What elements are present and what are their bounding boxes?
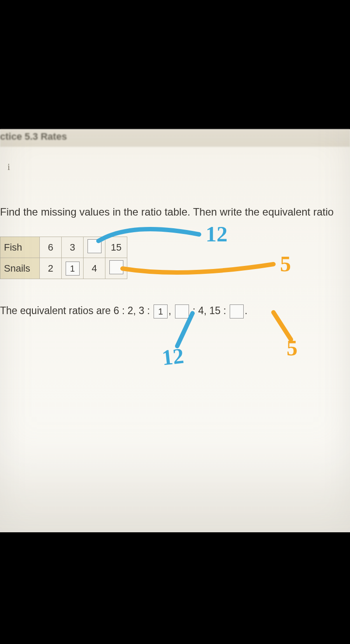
section-header: ctice 5.3 Rates [0,129,350,147]
info-icon[interactable]: i [4,162,14,173]
answer-sep: , [168,305,171,316]
question-prompt: Find the missing values in the ratio tab… [0,206,334,218]
snails-cell-2[interactable]: 1 [62,258,84,279]
snails-cell-4[interactable] [105,258,127,279]
ratio-table: Fish 6 3 15 Snails 2 1 4 [0,237,127,279]
orange-line-bottom [273,312,291,340]
answer-prefix: The equivalent ratios are 6 : 2, 3 : [0,305,150,316]
answer-suffix: . [245,305,247,316]
row-label-snails: Snails [0,258,40,279]
table-row: Snails 2 1 4 [0,258,127,279]
fish-cell-2: 3 [62,237,84,258]
snails-cell-1: 2 [40,258,62,279]
equivalent-ratios-sentence: The equivalent ratios are 6 : 2, 3 : 1, … [0,304,248,318]
snails-cell-3: 4 [84,258,105,279]
handwriting-overlay [0,129,350,532]
table-row: Fish 6 3 15 [0,237,127,258]
orange-arc-mid [122,264,273,272]
ratio-input-2[interactable] [175,304,189,318]
fish-cell-1: 6 [40,237,62,258]
row-label-fish: Fish [0,237,40,258]
annotation-5-bottom: 5 [287,335,298,361]
ratio-input-3[interactable] [230,304,244,318]
worksheet-screen: ctice 5.3 Rates i Find the missing value… [0,129,350,532]
snails-input-blank[interactable] [109,260,123,274]
annotation-5-mid: 5 [280,251,291,276]
answer-mid: : 4, 15 : [192,305,226,316]
fish-cell-4: 15 [105,237,127,258]
fish-cell-3[interactable] [84,237,105,258]
ratio-input-1[interactable]: 1 [154,304,168,318]
annotation-12-top: 12 [206,221,228,247]
snails-input-1[interactable]: 1 [66,262,80,276]
section-title: ctice 5.3 Rates [0,131,67,142]
annotation-12-bottom: 12 [161,343,185,371]
fish-input-blank[interactable] [88,239,102,253]
